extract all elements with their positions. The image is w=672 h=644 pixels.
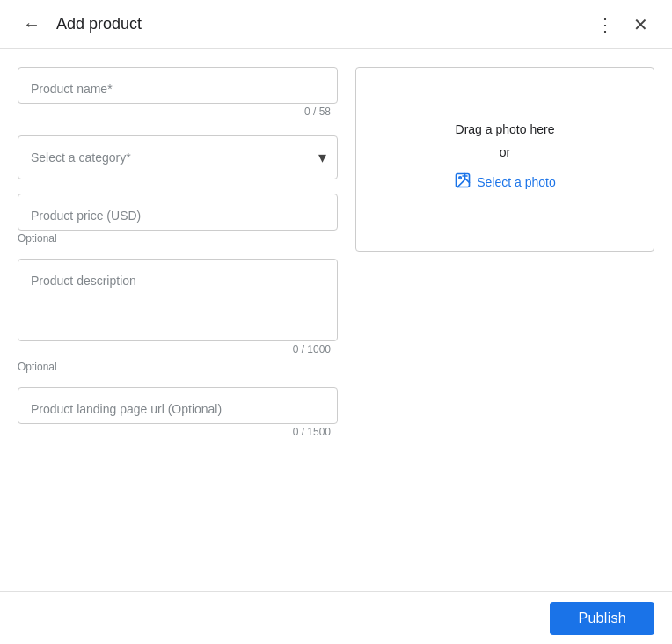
close-icon: ✕: [633, 14, 648, 35]
header: ← Add product ⋮ ✕: [0, 0, 672, 49]
bottom-bar: Publish: [0, 591, 672, 644]
more-icon: ⋮: [596, 14, 614, 35]
close-button[interactable]: ✕: [623, 7, 658, 42]
svg-point-1: [459, 176, 462, 179]
drag-photo-text: Drag a photo here: [456, 122, 555, 136]
back-icon: ←: [23, 14, 40, 34]
product-description-counter: 0 / 1000: [18, 341, 338, 359]
product-description-group: 0 / 1000 Optional: [18, 259, 338, 373]
product-price-group: Optional: [18, 194, 338, 245]
landing-page-url-input[interactable]: [18, 388, 337, 423]
product-name-input[interactable]: [18, 68, 337, 103]
landing-page-url-group: 0 / 1500: [18, 387, 338, 442]
category-select[interactable]: Select a category*: [18, 136, 337, 179]
form-layout: 0 / 58 Select a category* ▾: [18, 67, 654, 442]
or-text: or: [500, 145, 510, 159]
back-button[interactable]: ←: [14, 7, 49, 42]
product-name-wrapper: [18, 67, 338, 104]
landing-page-url-wrapper: [18, 387, 338, 424]
landing-page-url-counter: 0 / 1500: [18, 424, 338, 442]
product-price-input[interactable]: [18, 194, 337, 230]
more-options-button[interactable]: ⋮: [588, 7, 623, 42]
page-container: ← Add product ⋮ ✕ 0 / 58: [0, 0, 672, 644]
page-title: Add product: [56, 15, 588, 33]
category-wrapper: Select a category* ▾: [18, 135, 338, 179]
category-group: Select a category* ▾: [18, 135, 338, 179]
photo-upload-area[interactable]: Drag a photo here or Selec: [355, 67, 654, 252]
product-price-optional: Optional: [18, 231, 338, 245]
product-description-optional: Optional: [18, 359, 338, 373]
form-left: 0 / 58 Select a category* ▾: [18, 67, 338, 442]
form-right: Drag a photo here or Selec: [355, 67, 654, 252]
product-description-input[interactable]: [18, 260, 337, 337]
select-photo-label: Select a photo: [477, 175, 556, 189]
main-content: 0 / 58 Select a category* ▾: [0, 49, 672, 644]
photo-add-icon: [454, 172, 471, 194]
publish-button[interactable]: Publish: [550, 602, 654, 635]
select-photo-button[interactable]: Select a photo: [447, 168, 563, 197]
product-name-counter: 0 / 58: [18, 104, 338, 121]
product-description-wrapper: [18, 259, 338, 341]
product-price-wrapper: [18, 194, 338, 231]
product-name-group: 0 / 58: [18, 67, 338, 121]
